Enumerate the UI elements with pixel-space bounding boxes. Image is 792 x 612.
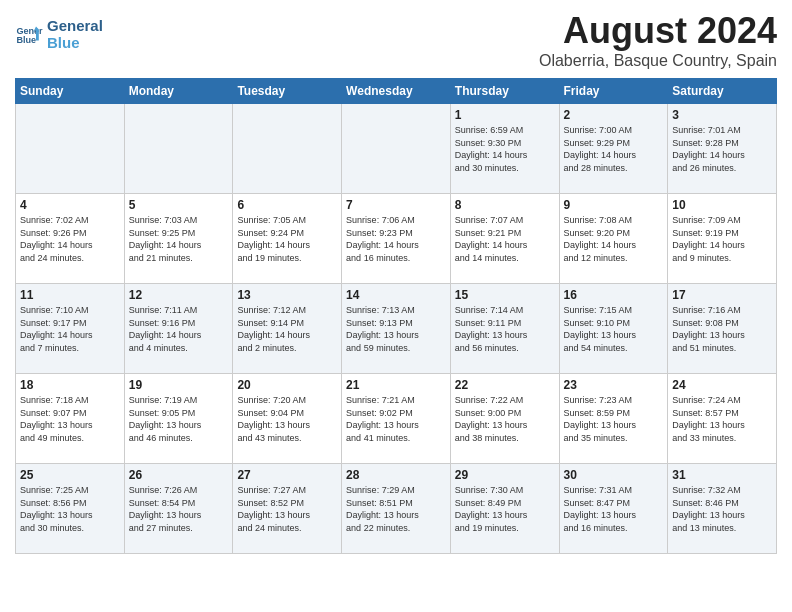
header-thursday: Thursday bbox=[450, 79, 559, 104]
day-info: Sunrise: 7:14 AM Sunset: 9:11 PM Dayligh… bbox=[455, 304, 555, 354]
calendar-cell-0-6: 3Sunrise: 7:01 AM Sunset: 9:28 PM Daylig… bbox=[668, 104, 777, 194]
day-number: 7 bbox=[346, 198, 446, 212]
day-info: Sunrise: 7:15 AM Sunset: 9:10 PM Dayligh… bbox=[564, 304, 664, 354]
day-info: Sunrise: 7:29 AM Sunset: 8:51 PM Dayligh… bbox=[346, 484, 446, 534]
header-monday: Monday bbox=[124, 79, 233, 104]
calendar-table: SundayMondayTuesdayWednesdayThursdayFrid… bbox=[15, 78, 777, 554]
day-number: 1 bbox=[455, 108, 555, 122]
day-info: Sunrise: 7:01 AM Sunset: 9:28 PM Dayligh… bbox=[672, 124, 772, 174]
day-number: 11 bbox=[20, 288, 120, 302]
day-info: Sunrise: 7:21 AM Sunset: 9:02 PM Dayligh… bbox=[346, 394, 446, 444]
day-info: Sunrise: 7:07 AM Sunset: 9:21 PM Dayligh… bbox=[455, 214, 555, 264]
calendar-cell-0-2 bbox=[233, 104, 342, 194]
calendar-cell-2-6: 17Sunrise: 7:16 AM Sunset: 9:08 PM Dayli… bbox=[668, 284, 777, 374]
day-info: Sunrise: 7:03 AM Sunset: 9:25 PM Dayligh… bbox=[129, 214, 229, 264]
day-number: 13 bbox=[237, 288, 337, 302]
day-info: Sunrise: 6:59 AM Sunset: 9:30 PM Dayligh… bbox=[455, 124, 555, 174]
calendar-cell-1-3: 7Sunrise: 7:06 AM Sunset: 9:23 PM Daylig… bbox=[342, 194, 451, 284]
day-number: 26 bbox=[129, 468, 229, 482]
sub-title: Olaberria, Basque Country, Spain bbox=[539, 52, 777, 70]
calendar-cell-1-0: 4Sunrise: 7:02 AM Sunset: 9:26 PM Daylig… bbox=[16, 194, 125, 284]
week-row-1: 1Sunrise: 6:59 AM Sunset: 9:30 PM Daylig… bbox=[16, 104, 777, 194]
day-number: 4 bbox=[20, 198, 120, 212]
calendar-cell-1-5: 9Sunrise: 7:08 AM Sunset: 9:20 PM Daylig… bbox=[559, 194, 668, 284]
header-friday: Friday bbox=[559, 79, 668, 104]
calendar-cell-0-3 bbox=[342, 104, 451, 194]
calendar-cell-4-1: 26Sunrise: 7:26 AM Sunset: 8:54 PM Dayli… bbox=[124, 464, 233, 554]
day-info: Sunrise: 7:30 AM Sunset: 8:49 PM Dayligh… bbox=[455, 484, 555, 534]
header-tuesday: Tuesday bbox=[233, 79, 342, 104]
day-number: 10 bbox=[672, 198, 772, 212]
day-info: Sunrise: 7:11 AM Sunset: 9:16 PM Dayligh… bbox=[129, 304, 229, 354]
day-info: Sunrise: 7:02 AM Sunset: 9:26 PM Dayligh… bbox=[20, 214, 120, 264]
day-number: 20 bbox=[237, 378, 337, 392]
calendar-cell-3-0: 18Sunrise: 7:18 AM Sunset: 9:07 PM Dayli… bbox=[16, 374, 125, 464]
calendar-cell-2-4: 15Sunrise: 7:14 AM Sunset: 9:11 PM Dayli… bbox=[450, 284, 559, 374]
calendar-cell-0-5: 2Sunrise: 7:00 AM Sunset: 9:29 PM Daylig… bbox=[559, 104, 668, 194]
day-info: Sunrise: 7:23 AM Sunset: 8:59 PM Dayligh… bbox=[564, 394, 664, 444]
calendar-cell-4-4: 29Sunrise: 7:30 AM Sunset: 8:49 PM Dayli… bbox=[450, 464, 559, 554]
day-number: 2 bbox=[564, 108, 664, 122]
day-info: Sunrise: 7:09 AM Sunset: 9:19 PM Dayligh… bbox=[672, 214, 772, 264]
calendar-cell-3-2: 20Sunrise: 7:20 AM Sunset: 9:04 PM Dayli… bbox=[233, 374, 342, 464]
day-number: 5 bbox=[129, 198, 229, 212]
calendar-cell-4-6: 31Sunrise: 7:32 AM Sunset: 8:46 PM Dayli… bbox=[668, 464, 777, 554]
logo: General Blue General Blue bbox=[15, 18, 103, 51]
week-row-3: 11Sunrise: 7:10 AM Sunset: 9:17 PM Dayli… bbox=[16, 284, 777, 374]
day-number: 12 bbox=[129, 288, 229, 302]
day-info: Sunrise: 7:27 AM Sunset: 8:52 PM Dayligh… bbox=[237, 484, 337, 534]
main-title: August 2024 bbox=[539, 10, 777, 52]
day-number: 30 bbox=[564, 468, 664, 482]
day-number: 21 bbox=[346, 378, 446, 392]
calendar-cell-3-1: 19Sunrise: 7:19 AM Sunset: 9:05 PM Dayli… bbox=[124, 374, 233, 464]
calendar-cell-2-2: 13Sunrise: 7:12 AM Sunset: 9:14 PM Dayli… bbox=[233, 284, 342, 374]
day-info: Sunrise: 7:12 AM Sunset: 9:14 PM Dayligh… bbox=[237, 304, 337, 354]
calendar-cell-1-6: 10Sunrise: 7:09 AM Sunset: 9:19 PM Dayli… bbox=[668, 194, 777, 284]
day-info: Sunrise: 7:24 AM Sunset: 8:57 PM Dayligh… bbox=[672, 394, 772, 444]
day-number: 9 bbox=[564, 198, 664, 212]
day-number: 29 bbox=[455, 468, 555, 482]
day-info: Sunrise: 7:31 AM Sunset: 8:47 PM Dayligh… bbox=[564, 484, 664, 534]
day-info: Sunrise: 7:20 AM Sunset: 9:04 PM Dayligh… bbox=[237, 394, 337, 444]
day-number: 22 bbox=[455, 378, 555, 392]
day-info: Sunrise: 7:06 AM Sunset: 9:23 PM Dayligh… bbox=[346, 214, 446, 264]
header-wednesday: Wednesday bbox=[342, 79, 451, 104]
day-number: 25 bbox=[20, 468, 120, 482]
day-number: 24 bbox=[672, 378, 772, 392]
calendar-header-row: SundayMondayTuesdayWednesdayThursdayFrid… bbox=[16, 79, 777, 104]
day-info: Sunrise: 7:18 AM Sunset: 9:07 PM Dayligh… bbox=[20, 394, 120, 444]
calendar-cell-0-4: 1Sunrise: 6:59 AM Sunset: 9:30 PM Daylig… bbox=[450, 104, 559, 194]
day-info: Sunrise: 7:00 AM Sunset: 9:29 PM Dayligh… bbox=[564, 124, 664, 174]
calendar-cell-1-1: 5Sunrise: 7:03 AM Sunset: 9:25 PM Daylig… bbox=[124, 194, 233, 284]
calendar-cell-2-5: 16Sunrise: 7:15 AM Sunset: 9:10 PM Dayli… bbox=[559, 284, 668, 374]
day-number: 8 bbox=[455, 198, 555, 212]
title-block: August 2024 Olaberria, Basque Country, S… bbox=[539, 10, 777, 70]
day-info: Sunrise: 7:13 AM Sunset: 9:13 PM Dayligh… bbox=[346, 304, 446, 354]
calendar-cell-0-1 bbox=[124, 104, 233, 194]
day-number: 16 bbox=[564, 288, 664, 302]
logo-icon: General Blue bbox=[15, 21, 43, 49]
logo-line1: General bbox=[47, 18, 103, 35]
header-sunday: Sunday bbox=[16, 79, 125, 104]
day-info: Sunrise: 7:19 AM Sunset: 9:05 PM Dayligh… bbox=[129, 394, 229, 444]
day-number: 28 bbox=[346, 468, 446, 482]
week-row-4: 18Sunrise: 7:18 AM Sunset: 9:07 PM Dayli… bbox=[16, 374, 777, 464]
day-number: 14 bbox=[346, 288, 446, 302]
day-info: Sunrise: 7:26 AM Sunset: 8:54 PM Dayligh… bbox=[129, 484, 229, 534]
day-number: 27 bbox=[237, 468, 337, 482]
day-number: 31 bbox=[672, 468, 772, 482]
svg-text:Blue: Blue bbox=[16, 35, 36, 45]
calendar-cell-2-1: 12Sunrise: 7:11 AM Sunset: 9:16 PM Dayli… bbox=[124, 284, 233, 374]
calendar-cell-1-2: 6Sunrise: 7:05 AM Sunset: 9:24 PM Daylig… bbox=[233, 194, 342, 284]
day-info: Sunrise: 7:16 AM Sunset: 9:08 PM Dayligh… bbox=[672, 304, 772, 354]
calendar-cell-2-0: 11Sunrise: 7:10 AM Sunset: 9:17 PM Dayli… bbox=[16, 284, 125, 374]
calendar-cell-4-5: 30Sunrise: 7:31 AM Sunset: 8:47 PM Dayli… bbox=[559, 464, 668, 554]
calendar-cell-0-0 bbox=[16, 104, 125, 194]
day-number: 23 bbox=[564, 378, 664, 392]
calendar-cell-3-5: 23Sunrise: 7:23 AM Sunset: 8:59 PM Dayli… bbox=[559, 374, 668, 464]
day-info: Sunrise: 7:10 AM Sunset: 9:17 PM Dayligh… bbox=[20, 304, 120, 354]
calendar-cell-3-4: 22Sunrise: 7:22 AM Sunset: 9:00 PM Dayli… bbox=[450, 374, 559, 464]
day-number: 6 bbox=[237, 198, 337, 212]
day-number: 18 bbox=[20, 378, 120, 392]
week-row-5: 25Sunrise: 7:25 AM Sunset: 8:56 PM Dayli… bbox=[16, 464, 777, 554]
